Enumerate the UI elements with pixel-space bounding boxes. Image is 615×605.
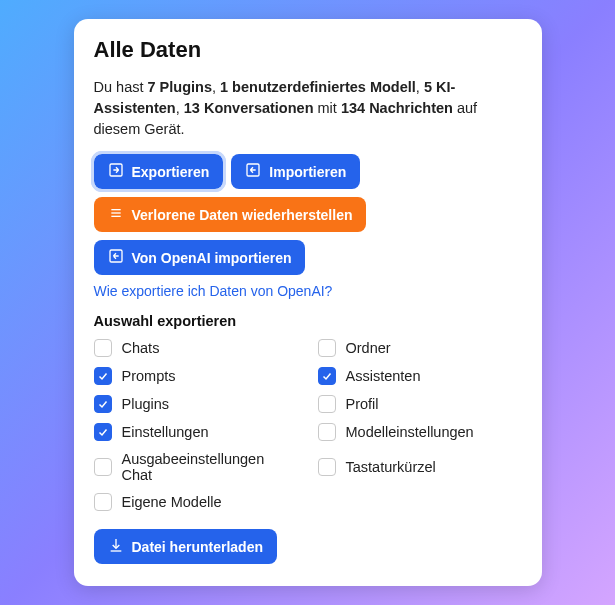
import-icon xyxy=(245,162,261,181)
checkbox-icon xyxy=(94,395,112,413)
checkbox-icon xyxy=(94,458,112,476)
export-icon xyxy=(108,162,124,181)
prompts-checkbox-row[interactable]: Prompts xyxy=(94,367,298,385)
page-title: Alle Daten xyxy=(94,37,522,63)
sep: , xyxy=(176,100,184,116)
checkbox-icon xyxy=(94,367,112,385)
button-row-1: Exportieren Importieren xyxy=(94,154,522,189)
import-button[interactable]: Importieren xyxy=(231,154,360,189)
summary-with: mit xyxy=(314,100,341,116)
download-button[interactable]: Datei herunterladen xyxy=(94,529,277,564)
summary-conversations: 13 Konversationen xyxy=(184,100,314,116)
download-label: Datei herunterladen xyxy=(132,539,263,555)
plugins-label: Plugins xyxy=(122,396,170,412)
summary-models: 1 benutzerdefiniertes Modell xyxy=(220,79,416,95)
checkbox-icon xyxy=(318,458,336,476)
checkbox-icon xyxy=(318,395,336,413)
summary-plugins: 7 Plugins xyxy=(148,79,212,95)
prompts-label: Prompts xyxy=(122,368,176,384)
button-row-2: Verlorene Daten wiederherstellen xyxy=(94,197,522,232)
summary-text: Du hast 7 Plugins, 1 benutzerdefiniertes… xyxy=(94,77,522,140)
list-icon xyxy=(108,205,124,224)
checkbox-icon xyxy=(318,367,336,385)
checkbox-icon xyxy=(94,339,112,357)
folders-label: Ordner xyxy=(346,340,391,356)
assistants-label: Assistenten xyxy=(346,368,421,384)
settings-label: Einstellungen xyxy=(122,424,209,440)
plugins-checkbox-row[interactable]: Plugins xyxy=(94,395,298,413)
import-label: Importieren xyxy=(269,164,346,180)
checkbox-icon xyxy=(318,423,336,441)
chats-label: Chats xyxy=(122,340,160,356)
summary-pre: Du hast xyxy=(94,79,148,95)
ownmodels-checkbox-row[interactable]: Eigene Modelle xyxy=(94,493,298,511)
shortcuts-label: Tastaturkürzel xyxy=(346,459,436,475)
checkbox-icon xyxy=(94,493,112,511)
assistants-checkbox-row[interactable]: Assistenten xyxy=(318,367,522,385)
checkbox-icon xyxy=(318,339,336,357)
restore-button[interactable]: Verlorene Daten wiederherstellen xyxy=(94,197,367,232)
selection-heading: Auswahl exportieren xyxy=(94,313,522,329)
openai-import-label: Von OpenAI importieren xyxy=(132,250,292,266)
outputsettings-checkbox-row[interactable]: Ausgabeeinstellungen Chat xyxy=(94,451,298,483)
download-icon xyxy=(108,537,124,556)
chats-checkbox-row[interactable]: Chats xyxy=(94,339,298,357)
folders-checkbox-row[interactable]: Ordner xyxy=(318,339,522,357)
openai-help-link[interactable]: Wie exportiere ich Daten von OpenAI? xyxy=(94,283,333,299)
data-export-card: Alle Daten Du hast 7 Plugins, 1 benutzer… xyxy=(74,19,542,586)
restore-label: Verlorene Daten wiederherstellen xyxy=(132,207,353,223)
checkbox-icon xyxy=(94,423,112,441)
checkbox-grid: Chats Ordner Prompts Assistenten Plugins… xyxy=(94,339,522,511)
profile-label: Profil xyxy=(346,396,379,412)
export-label: Exportieren xyxy=(132,164,210,180)
ownmodels-label: Eigene Modelle xyxy=(122,494,222,510)
export-button[interactable]: Exportieren xyxy=(94,154,224,189)
modelsettings-checkbox-row[interactable]: Modelleinstellungen xyxy=(318,423,522,441)
shortcuts-checkbox-row[interactable]: Tastaturkürzel xyxy=(318,451,522,483)
summary-messages: 134 Nachrichten xyxy=(341,100,453,116)
outputsettings-label: Ausgabeeinstellungen Chat xyxy=(122,451,298,483)
sep: , xyxy=(212,79,220,95)
import-icon xyxy=(108,248,124,267)
profile-checkbox-row[interactable]: Profil xyxy=(318,395,522,413)
button-row-3: Von OpenAI importieren Wie exportiere ic… xyxy=(94,240,522,299)
sep: , xyxy=(416,79,424,95)
openai-import-button[interactable]: Von OpenAI importieren xyxy=(94,240,306,275)
modelsettings-label: Modelleinstellungen xyxy=(346,424,474,440)
settings-checkbox-row[interactable]: Einstellungen xyxy=(94,423,298,441)
